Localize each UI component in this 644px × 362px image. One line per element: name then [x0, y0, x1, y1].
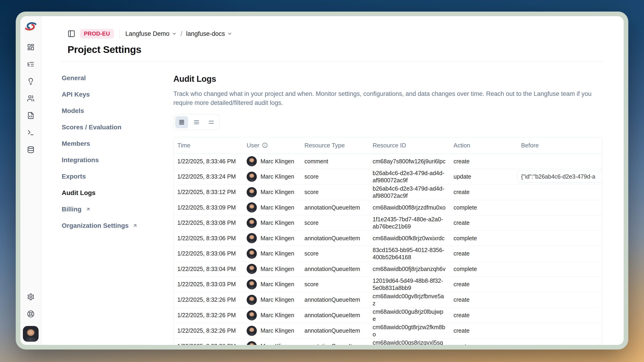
- settings-layout: General API Keys Models Scores / Evaluat…: [62, 62, 602, 345]
- org-name: Langfuse Demo: [125, 30, 170, 37]
- cell-resource-id: cm68awidc00gv8rjzfbnve5az: [369, 292, 450, 308]
- user-name: Marc Klingen: [260, 189, 294, 196]
- users-icon[interactable]: [27, 95, 34, 102]
- cell-resource-id: 12019d64-5d49-48b8-8f32-5e0b831a8bb9: [369, 277, 450, 292]
- cell-resource-id: cm68ay7s800fw126j9uri6lpc: [369, 154, 450, 169]
- cell-resource-type: annotationQueueItem: [301, 323, 369, 339]
- user-avatar: [247, 172, 257, 182]
- cell-before: [517, 184, 602, 200]
- dashboard-icon[interactable]: [27, 43, 34, 51]
- external-link-icon: [86, 207, 90, 212]
- cell-user: Marc Klingen: [243, 231, 301, 246]
- cell-action: create: [450, 184, 517, 200]
- row-height-tall-button[interactable]: [205, 116, 218, 128]
- settings-gear-icon[interactable]: [27, 293, 34, 301]
- user-name: Marc Klingen: [260, 219, 294, 226]
- settings-nav: General API Keys Models Scores / Evaluat…: [62, 74, 173, 345]
- settings-nav-scores-evaluation[interactable]: Scores / Evaluation: [62, 123, 173, 131]
- lightbulb-icon[interactable]: [27, 78, 34, 85]
- user-name: Marc Klingen: [260, 235, 294, 242]
- cell-resource-type: score: [301, 169, 369, 184]
- cell-user: Marc Klingen: [243, 169, 301, 184]
- cell-time: 1/22/2025, 8:33:08 PM: [174, 215, 243, 231]
- page-title: Project Settings: [68, 44, 602, 55]
- user-avatar: [247, 295, 257, 305]
- user-avatar: [247, 279, 257, 290]
- audit-logs-description: Track who changed what in your project a…: [173, 89, 595, 107]
- terminal-icon[interactable]: [27, 129, 34, 136]
- cell-time: 1/22/2025, 8:33:12 PM: [174, 184, 243, 200]
- cell-before: [517, 261, 602, 277]
- main-content: PROD-EU Langfuse Demo / langfuse-docs Pr…: [41, 16, 624, 345]
- user-avatar: [247, 202, 257, 213]
- window-content: PROD-EU Langfuse Demo / langfuse-docs Pr…: [20, 16, 624, 345]
- settings-nav-organization-settings[interactable]: Organization Settings: [62, 222, 173, 230]
- environment-badge: PROD-EU: [80, 29, 114, 38]
- sidebar-toggle-icon[interactable]: [68, 30, 75, 38]
- user-name: Marc Klingen: [260, 250, 294, 257]
- settings-nav-billing[interactable]: Billing: [62, 205, 173, 213]
- cell-before: [517, 200, 602, 215]
- tracing-tree-icon[interactable]: [27, 60, 34, 68]
- row-height-medium-button[interactable]: [190, 116, 203, 128]
- user-name: Marc Klingen: [260, 173, 294, 180]
- table-row: 1/22/2025, 8:32:26 PM Marc Klingen annot…: [174, 292, 602, 308]
- database-icon[interactable]: [27, 146, 34, 153]
- cell-resource-type: annotationQueueItem: [301, 261, 369, 277]
- cell-resource-type: annotationQueueItem: [301, 231, 369, 246]
- settings-nav-exports[interactable]: Exports: [62, 173, 173, 180]
- cell-before: [517, 231, 602, 246]
- cell-user: Marc Klingen: [243, 154, 301, 169]
- user-avatar: [247, 326, 257, 336]
- user-name: Marc Klingen: [260, 312, 294, 319]
- breadcrumb-organization[interactable]: Langfuse Demo: [125, 30, 177, 37]
- cell-resource-type: annotationQueueItem: [301, 292, 369, 308]
- external-link-icon: [132, 223, 138, 228]
- audit-logs-section: Audit Logs Track who changed what in you…: [173, 74, 602, 345]
- cell-action: create: [450, 323, 517, 339]
- settings-nav-models[interactable]: Models: [62, 107, 173, 115]
- cell-time: 1/22/2025, 8:32:26 PM: [174, 323, 243, 339]
- cell-action: create: [450, 246, 517, 261]
- langfuse-logo-icon[interactable]: [25, 22, 36, 30]
- before-json-preview[interactable]: {"id":"b26ab4c6-d2e3-479d-a: [517, 171, 602, 183]
- cell-time: 1/22/2025, 8:32:26 PM: [174, 339, 243, 345]
- rows-medium-icon: [193, 119, 200, 125]
- life-buoy-icon[interactable]: [27, 310, 34, 318]
- file-code-icon[interactable]: [27, 112, 34, 119]
- cell-resource-id: cm68awidc00gu8rjz0lbujwpe: [369, 308, 450, 323]
- table-row: 1/22/2025, 8:33:06 PM Marc Klingen annot…: [174, 231, 602, 246]
- settings-nav-general[interactable]: General: [62, 74, 173, 82]
- cell-resource-type: score: [301, 184, 369, 200]
- settings-nav-members[interactable]: Members: [62, 140, 173, 148]
- column-header-user: User: [243, 137, 301, 154]
- table-row: 1/22/2025, 8:33:08 PM Marc Klingen score…: [174, 215, 602, 231]
- cell-user: Marc Klingen: [243, 323, 301, 339]
- cell-resource-id: cm68awidb00fj8rjzbanzqh6v: [369, 261, 450, 277]
- breadcrumb-project[interactable]: langfuse-docs: [186, 30, 232, 37]
- cell-time: 1/22/2025, 8:33:09 PM: [174, 200, 243, 215]
- audit-logs-table: Time User Resource Type Resource ID Acti…: [173, 137, 602, 345]
- cell-action: complete: [450, 200, 517, 215]
- cell-user: Marc Klingen: [243, 308, 301, 323]
- row-height-compact-button[interactable]: [175, 116, 188, 128]
- rows-compact-icon: [178, 119, 185, 125]
- user-avatar[interactable]: [23, 326, 38, 342]
- table-row: 1/22/2025, 8:33:12 PM Marc Klingen score…: [174, 184, 602, 200]
- table-header-row: Time User Resource Type Resource ID Acti…: [174, 137, 602, 154]
- cell-before: [517, 154, 602, 169]
- user-avatar: [247, 233, 257, 243]
- settings-nav-integrations[interactable]: Integrations: [62, 156, 173, 164]
- cell-before: [517, 292, 602, 308]
- settings-nav-audit-logs[interactable]: Audit Logs: [62, 189, 173, 197]
- settings-nav-api-keys[interactable]: API Keys: [62, 90, 173, 98]
- topbar: PROD-EU Langfuse Demo / langfuse-docs: [68, 28, 602, 39]
- chevron-down-icon: [227, 31, 232, 36]
- cell-user: Marc Klingen: [243, 200, 301, 215]
- cell-resource-type: annotationQueueItem: [301, 308, 369, 323]
- cell-action: complete: [450, 231, 517, 246]
- cell-action: create: [450, 339, 517, 345]
- user-name: Marc Klingen: [260, 327, 294, 334]
- table-row: 1/22/2025, 8:32:26 PM Marc Klingen annot…: [174, 323, 602, 339]
- cell-resource-id: b26ab4c6-d2e3-479d-ad4d-af980072ac9f: [369, 184, 450, 200]
